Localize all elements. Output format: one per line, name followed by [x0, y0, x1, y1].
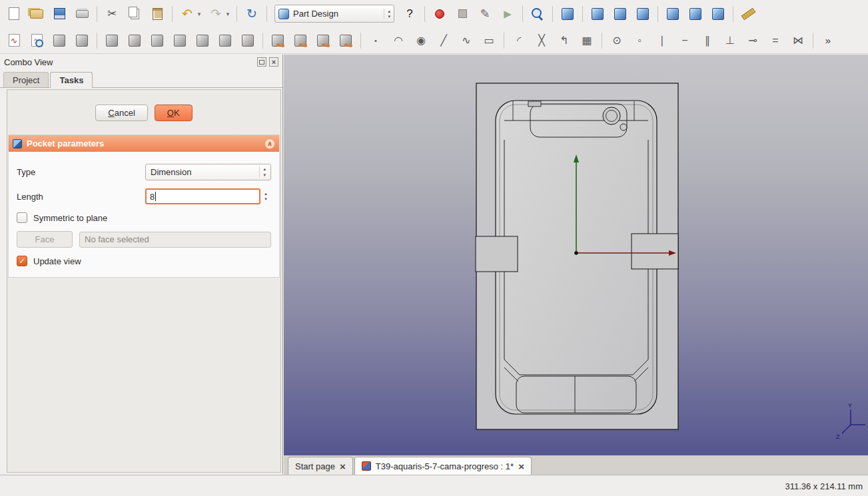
new-document-icon[interactable] [5, 5, 23, 23]
sketch-fillet-icon[interactable]: ◜ [510, 31, 528, 50]
close-panel-icon[interactable] [269, 57, 278, 67]
face-button[interactable]: Face [17, 231, 73, 248]
type-select[interactable]: Dimension ▴▾ [145, 164, 271, 180]
view-bottom-icon[interactable] [686, 5, 705, 23]
macro-execute-icon[interactable]: ▶ [498, 5, 517, 23]
linear-pattern-icon[interactable] [291, 31, 310, 50]
view-axonometric-icon[interactable] [558, 5, 577, 23]
type-select-spinner-icon[interactable]: ▴▾ [259, 166, 266, 178]
update-view-checkbox[interactable] [17, 256, 27, 266]
tab-start-page[interactable]: Start page [288, 457, 353, 475]
save-document-icon[interactable] [50, 5, 69, 23]
undo-icon[interactable]: ↶ [178, 5, 197, 23]
constraint-tangent-icon[interactable]: ⊸ [743, 31, 762, 50]
macro-stop-icon[interactable] [453, 5, 472, 23]
fillet-tool-icon[interactable] [193, 31, 212, 50]
open-document-icon[interactable] [27, 5, 46, 23]
tab-document-label: T39-aquaris-5-7-cama-progreso : 1* [376, 461, 514, 471]
constraint-perpendicular-icon[interactable]: ⊥ [721, 31, 739, 50]
pocket-parameters-body: Type Dimension ▴▾ Length 8 ▴▾ [9, 152, 279, 277]
sketch-circle-icon[interactable]: ◉ [412, 31, 430, 50]
map-sketch-icon[interactable] [50, 31, 69, 50]
mirrored-icon[interactable] [268, 31, 287, 50]
sketch-line-icon[interactable]: ╱ [434, 31, 453, 50]
construction-mode-icon[interactable]: ▦ [578, 31, 596, 50]
tab-document[interactable]: T39-aquaris-5-7-cama-progreso : 1* [354, 457, 532, 475]
measure-distance-icon[interactable] [739, 5, 757, 23]
3d-viewport[interactable]: Y X Z [284, 55, 868, 455]
tab-tasks[interactable]: Tasks [50, 72, 93, 88]
constraint-parallel-icon[interactable]: ∥ [698, 31, 717, 50]
view-right-icon[interactable] [634, 5, 652, 23]
tab-project[interactable]: Project [3, 72, 49, 87]
toolbar-file-segment: ✂↶▾↷▾↻ [3, 5, 270, 23]
edit-sketch-icon[interactable] [27, 31, 46, 50]
pad-icon[interactable] [103, 31, 121, 50]
macro-edit-icon[interactable]: ✎ [476, 5, 494, 23]
constraint-equal-icon[interactable]: = [766, 31, 785, 50]
fit-all-icon[interactable] [528, 5, 547, 23]
constraint-horizontal-icon[interactable]: − [675, 31, 694, 50]
create-sketch-icon[interactable] [5, 31, 23, 50]
float-panel-icon[interactable] [257, 57, 266, 67]
toolbar-partdesign-segment: •◠◉╱∿▭◜╳↰▦⊙◦∣−∥⊥⊸=⋈» [3, 31, 839, 50]
external-geometry-icon[interactable]: ↰ [555, 31, 574, 50]
revolution-icon[interactable] [148, 31, 167, 50]
constraint-symmetric-icon[interactable]: ⋈ [789, 31, 807, 50]
sketch-polyline-icon[interactable]: ∿ [457, 31, 476, 50]
view-left-icon[interactable] [709, 5, 727, 23]
refresh-icon[interactable]: ↻ [242, 5, 261, 23]
nav-axis-indicator: Y X Z [836, 402, 868, 440]
tab-start-page-label: Start page [295, 461, 335, 471]
multitransform-icon[interactable] [336, 31, 355, 50]
toolbar-view-segment: ?✎▶ [398, 5, 759, 23]
polar-pattern-icon[interactable] [314, 31, 332, 50]
cut-icon[interactable]: ✂ [103, 5, 121, 23]
print-icon[interactable] [73, 5, 91, 23]
draft-icon[interactable] [238, 31, 257, 50]
redo-icon[interactable]: ↷ [207, 5, 225, 23]
model-left-tab[interactable] [476, 236, 518, 272]
length-input[interactable]: 8 [145, 188, 260, 204]
paste-icon[interactable] [148, 5, 167, 23]
pocket-parameters-header[interactable]: Pocket parameters ∧ [9, 135, 279, 152]
task-dialog-buttons: Cancel OK [7, 105, 280, 121]
sketch-point-icon[interactable]: • [366, 31, 385, 50]
view-rear-icon[interactable] [663, 5, 682, 23]
constraint-lock-icon[interactable]: ◦ [630, 31, 649, 50]
tasks-panel: Cancel OK Pocket parameters ∧ Type Dimen… [7, 89, 281, 473]
ok-button[interactable]: OK [155, 105, 193, 121]
chamfer-icon[interactable] [216, 31, 234, 50]
symmetric-checkbox[interactable] [17, 212, 27, 223]
sketch-arc-icon[interactable]: ◠ [389, 31, 408, 50]
workbench-selector-spinner[interactable]: ▴▾ [384, 9, 390, 19]
workbench-selector[interactable]: Part Design ▴▾ [274, 5, 394, 23]
pocket-tool-icon[interactable] [125, 31, 144, 50]
groove-icon[interactable] [171, 31, 189, 50]
toolbar-separator [552, 6, 553, 22]
redo-dropdown-icon[interactable]: ▾ [224, 5, 231, 23]
constraint-coincident-icon[interactable]: ⊙ [608, 31, 626, 50]
toolbar-separator [266, 6, 267, 22]
combo-view-header: Combo View [0, 55, 282, 69]
whats-this-icon[interactable]: ? [400, 5, 419, 23]
copy-icon[interactable] [125, 5, 144, 23]
close-tab-icon[interactable] [518, 461, 524, 471]
workbench-selector-value: Part Design [293, 9, 380, 19]
macro-record-icon[interactable] [430, 5, 449, 23]
length-spinner[interactable]: ▴▾ [260, 191, 271, 202]
view-front-icon[interactable] [588, 5, 607, 23]
toolbar-overflow-icon[interactable]: » [819, 31, 837, 50]
constraint-vertical-icon[interactable]: ∣ [653, 31, 671, 50]
undo-dropdown-icon[interactable]: ▾ [196, 5, 203, 23]
close-tab-icon[interactable] [340, 461, 346, 471]
toolbar-separator [97, 6, 97, 22]
sketch-rectangle-icon[interactable]: ▭ [480, 31, 498, 50]
cancel-button[interactable]: Cancel [95, 105, 147, 121]
toolbar-separator [424, 6, 425, 22]
sketch-trim-icon[interactable]: ╳ [532, 31, 551, 50]
view-top-icon[interactable] [611, 5, 630, 23]
collapse-section-icon[interactable]: ∧ [264, 138, 275, 149]
status-dimensions: 311.36 x 214.11 mm [785, 481, 863, 491]
reorient-sketch-icon[interactable] [73, 31, 91, 50]
